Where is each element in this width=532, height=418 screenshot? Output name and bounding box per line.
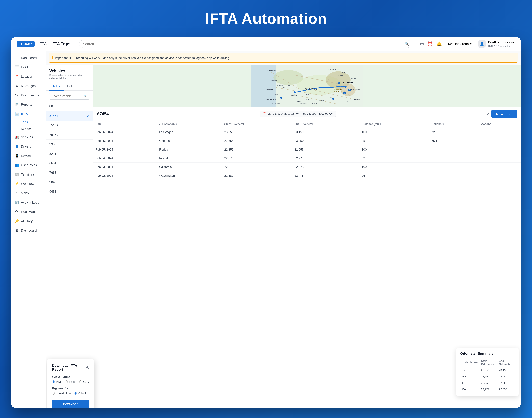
content-area: ℹ Important: IFTA reporting will work if…	[46, 51, 521, 408]
company-select[interactable]: Kessler Group ▾	[446, 41, 474, 47]
svg-text:Salinas: Salinas	[274, 93, 278, 95]
two-col-layout: Vehicles Please select a vehicle to view…	[46, 65, 521, 408]
organize-jurisdiction-radio[interactable]	[52, 392, 55, 395]
svg-text:Death Valley: Death Valley	[335, 89, 343, 90]
dialog-close-button[interactable]: ⊗	[86, 365, 89, 370]
svg-point-13	[345, 86, 347, 88]
tab-deleted[interactable]: Deleted	[64, 82, 81, 91]
actions-menu-icon[interactable]: ⋮	[481, 130, 485, 134]
vehicles-icon: 🚛	[15, 135, 19, 139]
trip-download-button[interactable]: Download	[491, 110, 517, 118]
sidebar-item-location[interactable]: 📍 Location +	[11, 72, 46, 81]
vehicles-header: Vehicles Please select a vehicle to view…	[46, 65, 93, 81]
odometer-summary-title: Odometer Summary	[460, 352, 515, 356]
sidebar-sub-trips[interactable]: Trips	[11, 118, 46, 126]
svg-rect-1	[251, 65, 276, 107]
odo-col-end: End Odometer	[497, 358, 515, 367]
cell-gallons	[429, 145, 479, 154]
sidebar-item-heat-maps[interactable]: 🗺 Heat Maps	[11, 207, 46, 216]
sidebar-item-devices[interactable]: 📱 Devices +	[11, 151, 46, 161]
format-csv[interactable]: CSV	[79, 380, 89, 383]
devices-plus-icon[interactable]: +	[40, 154, 42, 158]
organize-vehicle-radio[interactable]	[74, 392, 77, 395]
alert-icon: ℹ	[52, 56, 53, 60]
hos-icon: 📊	[15, 65, 19, 69]
svg-text:San Francisco: San Francisco	[266, 69, 276, 71]
activity-logs-icon: 🔄	[15, 200, 19, 204]
breadcrumb-parent[interactable]: IFTA	[38, 42, 47, 46]
sidebar-item-messages[interactable]: ✉ Messages	[11, 81, 46, 91]
sidebar-item-api-key[interactable]: 🔑 API Key	[11, 216, 46, 226]
actions-menu-icon[interactable]: ⋮	[481, 148, 485, 151]
sidebar-item-alerts[interactable]: ⚠ alerts	[11, 188, 46, 198]
vehicles-plus-icon[interactable]: +	[40, 136, 42, 139]
sidebar-item-vehicles[interactable]: 🚛 Vehicles +	[11, 132, 46, 142]
table-row: Feb 05, 2024 Georgia 22,555 23,050 95 65…	[93, 137, 521, 145]
sidebar-item-terminals[interactable]: 🏢 Terminals	[11, 170, 46, 179]
gallons-sort-icon[interactable]: ⇅	[442, 123, 444, 125]
jurisdiction-sort-icon[interactable]: ⇅	[175, 123, 177, 125]
hos-plus-icon[interactable]: +	[40, 66, 42, 69]
cell-end-odo: 22,478	[292, 171, 359, 180]
tab-active[interactable]: Active	[49, 82, 64, 91]
cell-actions: ⋮	[479, 145, 521, 154]
actions-menu-icon[interactable]: ⋮	[481, 156, 485, 160]
sidebar-item-ifta[interactable]: 📄 IFTA −	[11, 109, 46, 118]
sidebar-item-user-roles[interactable]: 👥 User Roles	[11, 161, 46, 170]
clock-icon[interactable]: ⏰	[427, 41, 433, 46]
vehicle-item-32112[interactable]: 32112	[46, 149, 93, 159]
logo[interactable]: TRUCKX	[17, 41, 35, 47]
search-input[interactable]	[79, 40, 411, 48]
close-date-button[interactable]: ✕	[487, 112, 490, 116]
svg-text:Fresno: Fresno	[305, 93, 309, 95]
format-pdf[interactable]: PDF	[52, 380, 62, 383]
vehicle-item-87454[interactable]: 87454 ✔	[46, 111, 93, 121]
vehicle-item-75169a[interactable]: 75169	[46, 121, 93, 130]
sidebar-item-activity-logs[interactable]: 🔄 Activity Logs	[11, 198, 46, 207]
user-details: Bradley Transo Inc DOT # 12343352866	[488, 40, 515, 48]
trip-table: Date Jurisdiction ⇅ Start Odometer End O…	[93, 120, 521, 180]
sidebar-item-driver-safety[interactable]: 🛡 Driver safety	[11, 91, 46, 100]
format-excel-radio[interactable]	[65, 380, 68, 383]
organize-jurisdiction[interactable]: Jurisdiction	[52, 392, 71, 395]
sidebar-item-drivers[interactable]: 👤 Drivers	[11, 142, 46, 151]
vehicle-check-icon: ✔	[87, 114, 90, 118]
vehicle-search-input[interactable]	[49, 93, 90, 100]
sidebar-item-hos[interactable]: 📊 HOS +	[11, 63, 46, 72]
organize-vehicle[interactable]: Vehicle	[74, 392, 87, 395]
vehicle-item-7638[interactable]: 7638	[46, 168, 93, 177]
location-plus-icon[interactable]: +	[40, 75, 42, 78]
cell-date: Feb 03, 2024	[93, 163, 157, 171]
vehicle-item-5431[interactable]: 5431	[46, 187, 93, 196]
svg-text:Coalinga: Coalinga	[296, 101, 301, 102]
actions-menu-icon[interactable]: ⋮	[481, 174, 485, 177]
sidebar-sub-reports[interactable]: Reports	[11, 126, 46, 132]
trip-detail-area: 87454 📅 Jan 06, 2024 at 12:15 PM - Feb 0…	[93, 107, 521, 408]
odo-col-jurisdiction: Jurisdiction	[460, 358, 479, 367]
ifta-collapse-icon[interactable]: −	[40, 113, 42, 115]
bell-icon[interactable]: 🔔	[436, 41, 442, 46]
sidebar-item-workflow[interactable]: ⚡ Workflow	[11, 179, 46, 188]
actions-menu-icon[interactable]: ⋮	[481, 139, 485, 143]
vehicle-item-39086[interactable]: 39086	[46, 139, 93, 149]
dialog-download-button[interactable]: Download	[52, 400, 89, 408]
format-csv-radio[interactable]	[79, 380, 82, 383]
format-pdf-radio[interactable]	[52, 380, 55, 383]
vehicle-item-6651[interactable]: 6651	[46, 159, 93, 168]
vehicle-item-75169b[interactable]: 75169	[46, 130, 93, 139]
table-row: Feb 02, 2024 Washington 22,382 22,478 96…	[93, 171, 521, 180]
messages-icon[interactable]: ✉	[420, 41, 424, 46]
vehicle-search-icon: 🔍	[84, 94, 87, 98]
cell-distance: 100	[359, 145, 429, 154]
cell-distance: 99	[359, 154, 429, 163]
table-row: Feb 04, 2024 Nevada 22,678 22,777 99 ⋮	[93, 154, 521, 163]
sidebar-item-dashboard[interactable]: ⊞ Dashboard	[11, 53, 46, 63]
distance-sort-icon[interactable]: ⇅	[380, 123, 382, 125]
vehicle-item-9845[interactable]: 9845	[46, 177, 93, 187]
sidebar-item-dashboard2[interactable]: ⊞ Dashboard	[11, 226, 46, 235]
user-name: Bradley Transo Inc	[488, 40, 515, 44]
sidebar-item-reports[interactable]: 📋 Reports	[11, 100, 46, 109]
actions-menu-icon[interactable]: ⋮	[481, 165, 485, 169]
format-excel[interactable]: Excel	[65, 380, 76, 383]
vehicle-item-0098[interactable]: 0098	[46, 102, 93, 111]
